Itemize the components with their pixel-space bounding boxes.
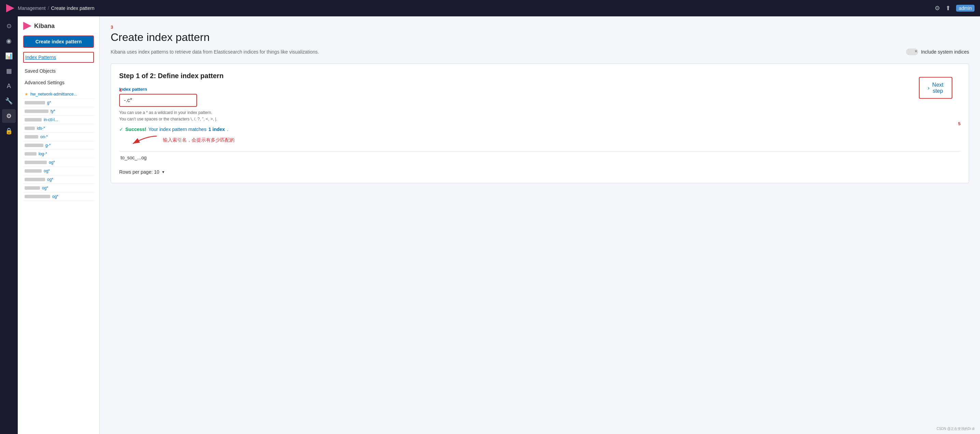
include-system-toggle[interactable]: ✕	[906, 48, 918, 55]
user-badge[interactable]: admin	[956, 5, 975, 12]
index-suffix: og*	[44, 169, 50, 173]
list-item[interactable]: ★ hw_network-admittance...	[23, 90, 94, 98]
chinese-annotation: 输入索引名，会提示有多少匹配的	[163, 137, 235, 143]
index-suffix: g-*	[45, 143, 51, 148]
svg-marker-0	[6, 4, 14, 12]
success-check-icon: ✓	[119, 127, 123, 132]
index-pattern-input[interactable]	[119, 94, 197, 107]
toggle-x-icon: ✕	[915, 49, 918, 54]
index-suffix: ty*	[51, 109, 55, 114]
breadcrumb-current: Create index pattern	[51, 5, 95, 11]
breadcrumb: Management / Create index pattern	[18, 5, 94, 11]
svg-marker-1	[23, 22, 32, 30]
nav-icon-visualize[interactable]: 📊	[2, 49, 16, 63]
result-index-name: to_soc_...og	[121, 155, 146, 160]
index-suffix: on-*	[40, 135, 48, 139]
sidebar-item-saved-objects[interactable]: Saved Objects	[23, 66, 94, 76]
success-section: ✓ Success! Your index pattern matches 1 …	[119, 127, 961, 147]
success-message: ✓ Success! Your index pattern matches 1 …	[119, 127, 961, 132]
list-item[interactable]: ty*	[23, 107, 94, 116]
step-badge-5: 5	[958, 121, 961, 126]
index-name: hw_network-admittance...	[30, 92, 77, 97]
index-suffix: og*	[49, 160, 55, 165]
create-index-pattern-sidebar-button[interactable]: Create index pattern	[23, 35, 94, 48]
blur-text	[25, 169, 42, 173]
blur-text	[25, 152, 37, 155]
list-item[interactable]: log-*	[23, 150, 94, 158]
index-suffix: ids-*	[37, 126, 45, 131]
star-icon: ★	[25, 92, 28, 97]
nav-icon-lock[interactable]: 🔒	[2, 124, 16, 138]
topbar-right: ⚙ ⬆ admin	[935, 5, 975, 12]
card-title: Step 1 of 2: Define index pattern	[119, 72, 961, 80]
left-nav: ⊙ ◉ 📊 ▦ A 🔧 ⚙ 🔒	[0, 16, 18, 434]
settings-icon[interactable]: ⚙	[935, 5, 940, 12]
main-content: 3 Create index pattern Kibana uses index…	[100, 16, 980, 434]
nav-icon-home[interactable]: ⊙	[2, 19, 16, 33]
index-suffix: og*	[42, 185, 48, 190]
page-header-row: Create index pattern	[111, 31, 969, 46]
input-wrapper: 4	[119, 94, 197, 107]
list-item[interactable]: og*	[23, 167, 94, 175]
hint-line1: You can use a * as a wildcard in your in…	[119, 110, 212, 115]
rows-per-page-label: Rows per page: 10	[119, 169, 159, 175]
list-item[interactable]: ids-*	[23, 124, 94, 133]
next-step-label: Next step	[932, 82, 943, 94]
blur-text	[25, 186, 40, 190]
page-subtitle-row: Kibana uses index patterns to retrieve d…	[111, 48, 969, 55]
topbar: Management / Create index pattern ⚙ ⬆ ad…	[0, 0, 980, 16]
index-result-row: to_soc_...og	[119, 151, 961, 164]
index-suffix: log-*	[38, 152, 47, 156]
next-step-section: 5 › Next step	[958, 121, 961, 126]
list-item[interactable]: og*	[23, 184, 94, 192]
breadcrumb-sep: /	[48, 5, 49, 11]
arrow-svg	[119, 133, 160, 147]
nav-icon-dashboard[interactable]: ▦	[2, 64, 16, 78]
blur-text	[25, 195, 50, 198]
watermark: CSDN @正在变强的Di di	[937, 426, 975, 431]
page-title: Create index pattern	[111, 31, 210, 44]
sidebar-item-index-patterns[interactable]: Index Patterns	[23, 52, 94, 63]
nav-icon-settings[interactable]: ⚙	[2, 109, 16, 123]
sidebar-item-advanced-settings[interactable]: Advanced Settings	[23, 78, 94, 87]
next-step-chevron-icon: ›	[928, 85, 929, 91]
sidebar-kibana-label: Kibana	[34, 22, 55, 30]
list-item[interactable]: og*	[23, 158, 94, 167]
blur-text	[25, 135, 38, 139]
list-item[interactable]: in-ctl-l...	[23, 116, 94, 124]
next-step-button[interactable]: › Next step	[919, 77, 952, 98]
index-suffix: og*	[52, 194, 58, 199]
success-label: Success!	[125, 127, 146, 132]
index-suffix: in-ctl-l...	[44, 117, 58, 122]
rows-per-page[interactable]: Rows per page: 10 ▾	[119, 169, 961, 175]
nav-icon-text[interactable]: A	[2, 79, 16, 93]
include-system-label: Include system indices	[921, 49, 969, 55]
success-end: .	[227, 127, 228, 132]
blur-text	[25, 101, 45, 105]
list-item[interactable]: on-*	[23, 133, 94, 141]
list-item[interactable]: g-*	[23, 141, 94, 150]
nav-icon-tools[interactable]: 🔧	[2, 94, 16, 108]
blur-text	[25, 109, 48, 113]
index-suffix: g*	[47, 100, 51, 105]
hint-text: You can use a * as a wildcard in your in…	[119, 109, 961, 122]
success-mid-text: Your index pattern matches	[148, 127, 206, 132]
blur-text	[25, 161, 47, 164]
kibana-logo	[5, 3, 15, 13]
sidebar: 2 Kibana Create index pattern Index Patt…	[18, 16, 100, 434]
share-icon[interactable]: ⬆	[945, 5, 951, 12]
nav-icon-discover[interactable]: ◉	[2, 34, 16, 48]
list-item[interactable]: og*	[23, 175, 94, 184]
annotation-row: 输入索引名，会提示有多少匹配的	[119, 133, 961, 147]
sidebar-logo: Kibana	[23, 22, 94, 30]
index-pattern-label: Index pattern	[119, 87, 961, 92]
include-toggle[interactable]: ✕ Include system indices	[906, 48, 969, 55]
blur-text	[25, 127, 35, 130]
main-layout: ⊙ ◉ 📊 ▦ A 🔧 ⚙ 🔒 2 Kibana Create index pa…	[0, 16, 980, 434]
blur-text	[25, 118, 42, 122]
breadcrumb-management[interactable]: Management	[18, 5, 46, 11]
define-index-card: Step 1 of 2: Define index pattern Index …	[111, 63, 969, 183]
list-item[interactable]: og*	[23, 192, 94, 201]
list-item[interactable]: g*	[23, 98, 94, 107]
chevron-down-icon: ▾	[162, 169, 164, 174]
